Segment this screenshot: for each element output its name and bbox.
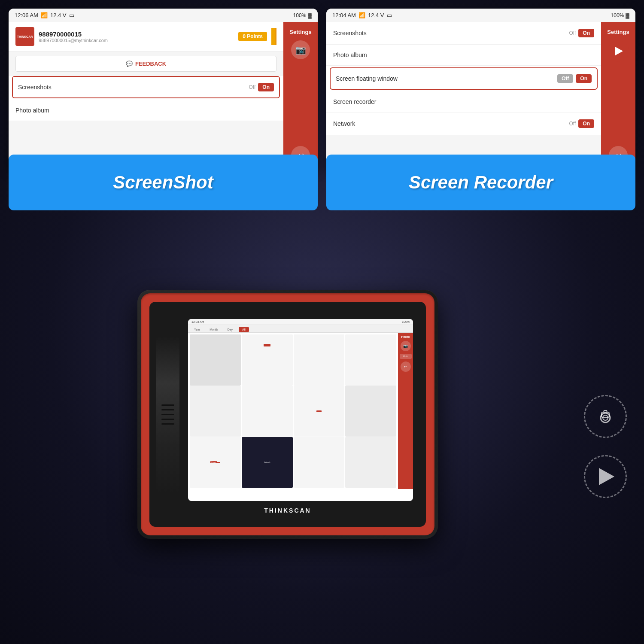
right-screenshots-off: Off (569, 30, 576, 36)
right-voltage: 12.4 V (368, 12, 384, 18)
right-phone-content: Screenshots Off On Photo album Screen fl… (326, 22, 635, 172)
right-statusbar-right: 100% ▓ (611, 12, 629, 18)
thinkscan-device: 12:03 AM 100% Year Month Day All (137, 290, 438, 539)
right-network-on: On (578, 119, 594, 128)
left-phone-panel: 12:06 AM 📶 12.4 V ▭ 100% ▓ THINKCAR 9889… (9, 9, 318, 172)
play-icon (599, 468, 614, 485)
photo-thumb-9: SCAN (190, 437, 241, 488)
left-wifi-icon: 📶 (41, 12, 48, 18)
profile-info: 988970000015 988970000015@mythinkcar.com (39, 30, 234, 43)
device-time: 12:03 AM (191, 320, 204, 323)
screenshots-label: Screenshots (18, 84, 52, 91)
device-section: 12:03 AM 100% Year Month Day All (0, 185, 644, 644)
photo-thumb-4 (345, 334, 396, 386)
right-network-toggle[interactable]: Off On (569, 119, 594, 128)
right-phone-sidebar: Settings ↩ (601, 22, 635, 172)
left-camera-btn[interactable]: 📷 (291, 40, 310, 59)
right-sidebar-title: Settings (607, 29, 629, 35)
left-statusbar-right: 100% ▓ (293, 12, 312, 18)
right-wifi-icon: 📶 (358, 12, 365, 18)
device-edit-btn[interactable]: Edit (400, 354, 412, 359)
right-battery-bar: ▓ (626, 12, 629, 18)
device-brand: THINKSCAN (264, 507, 311, 514)
device-outer: 12:03 AM 100% Year Month Day All (137, 290, 438, 539)
device-battery: 100% (402, 320, 410, 323)
device-tab-month[interactable]: Month (206, 327, 221, 332)
right-time: 12:04 AM (332, 12, 356, 18)
right-battery-icon: ▭ (387, 12, 392, 18)
screenshots-toggle[interactable]: Off On (249, 83, 274, 91)
photo-thumb-1 (190, 334, 241, 386)
device-inner: 12:03 AM 100% Year Month Day All (149, 302, 426, 527)
photo-thumb-11 (294, 437, 345, 488)
photo-thumb-10: Network (242, 437, 293, 488)
right-play-btn[interactable] (608, 40, 629, 62)
device-back-sidebar-btn[interactable]: ↩ (401, 361, 411, 372)
left-battery-pct: 100% (293, 12, 307, 18)
right-photo-album-label: Photo album (333, 52, 367, 58)
right-floating-label: Screen floating window (336, 75, 398, 82)
device-screen-content: 12:03 AM 100% Year Month Day All (188, 319, 413, 501)
camera-circle-icon (584, 395, 627, 438)
photo-thumb-6 (242, 386, 293, 437)
left-statusbar: 12:06 AM 📶 12.4 V ▭ 100% ▓ (9, 9, 318, 22)
photo-thumb-8 (345, 386, 396, 437)
right-network-item[interactable]: Network Off On (326, 112, 601, 135)
photo-thumb-3 (294, 334, 345, 386)
points-badge: 0 Points (238, 32, 267, 41)
right-phone-panel: 12:04 AM 📶 12.4 V ▭ 100% ▓ Screenshots O… (326, 9, 635, 172)
grip-line-2 (161, 409, 174, 410)
left-battery-icon: ▭ (69, 12, 74, 18)
thinkcar-logo: THINKCAR (15, 27, 34, 46)
left-phone-sidebar: Settings 📷 ↩ (283, 22, 318, 172)
photo-thumb-2 (242, 334, 293, 386)
grip-line-1 (161, 404, 174, 406)
right-statusbar: 12:04 AM 📶 12.4 V ▭ 100% ▓ (326, 9, 635, 22)
right-floating-off: Off (557, 74, 573, 83)
device-tab-day[interactable]: Day (224, 327, 236, 332)
right-screenshots-item[interactable]: Screenshots Off On (326, 22, 601, 45)
device-photo-sidebar: Photo 📷 Edit ↩ (398, 333, 413, 489)
camera-svg (595, 406, 616, 427)
device-tabs: Year Month Day All (188, 325, 413, 333)
right-floating-window-item[interactable]: Screen floating window Off On (330, 67, 598, 90)
device-statusbar: 12:03 AM 100% (188, 319, 413, 325)
right-photo-album-item[interactable]: Photo album (326, 45, 601, 66)
device-photo-grid: SCAN Network (188, 333, 398, 489)
feedback-icon: 💬 (126, 61, 133, 67)
right-statusbar-left: 12:04 AM 📶 12.4 V ▭ (332, 12, 392, 18)
right-screenshots-toggle[interactable]: Off On (569, 29, 594, 37)
photo-album-item[interactable]: Photo album (9, 100, 283, 121)
device-tab-year[interactable]: Year (191, 327, 204, 332)
left-main-content: THINKCAR 988970000015 988970000015@mythi… (9, 22, 283, 172)
play-triangle-icon (615, 47, 623, 55)
device-tab-all[interactable]: All (239, 327, 249, 332)
corner-icons (584, 395, 627, 498)
camera-icon: 📷 (295, 45, 306, 55)
right-recorder-label: Screen recorder (333, 98, 376, 105)
right-floating-toggle[interactable]: Off On (557, 74, 592, 83)
device-cam-icon: 📷 (403, 344, 408, 348)
right-floating-on: On (576, 74, 592, 83)
left-battery-bar: ▓ (308, 12, 312, 18)
screenshots-off: Off (249, 84, 256, 90)
device-photo-label: Photo (401, 335, 410, 338)
screenshots-item[interactable]: Screenshots Off On (12, 76, 280, 98)
device-back-icon: ↩ (404, 365, 407, 369)
right-battery-pct: 100% (611, 12, 624, 18)
ticket-strip (271, 28, 276, 45)
feedback-button[interactable]: 💬 FEEDBACK (15, 56, 276, 72)
right-screenshots-label: Screenshots (333, 30, 367, 36)
device-camera-btn[interactable]: 📷 (401, 341, 411, 351)
photo-album-label: Photo album (15, 107, 49, 114)
right-network-label: Network (333, 120, 355, 127)
left-settings-list: Screenshots Off On Photo album (9, 76, 283, 121)
left-statusbar-left: 12:06 AM 📶 12.4 V ▭ (15, 12, 74, 18)
device-screen[interactable]: 12:03 AM 100% Year Month Day All (188, 319, 413, 501)
screenshots-on: On (258, 83, 274, 91)
right-main-content: Screenshots Off On Photo album Screen fl… (326, 22, 601, 172)
right-recorder-item[interactable]: Screen recorder (326, 91, 601, 112)
account-number: 988970000015 (39, 30, 234, 38)
right-settings-list: Screenshots Off On Photo album Screen fl… (326, 22, 601, 135)
feedback-label: FEEDBACK (135, 61, 166, 67)
